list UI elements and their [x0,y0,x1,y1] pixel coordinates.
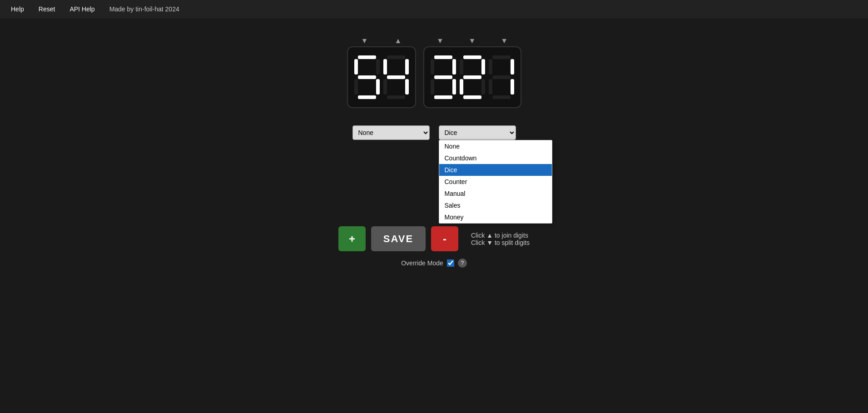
seg-digit-5 [353,55,381,100]
override-mode-checkbox[interactable] [447,259,454,267]
right-open-manual[interactable]: Manual [439,188,552,199]
right-dropdown-container: None Countdown Dice Counter Manual Sales… [439,125,516,140]
api-help-button[interactable]: API Help [62,0,102,18]
bottom-controls: + SAVE - Click ▲ to join digits Click ▼ … [338,226,530,251]
right-open-countdown[interactable]: Countdown [439,152,552,164]
seg-digit-4 [382,55,410,100]
reset-button[interactable]: Reset [31,0,63,18]
right-open-dice[interactable]: Dice [439,164,552,176]
digit-group-2: ▼ ▼ ▼ [424,36,521,107]
display-area: ▼ ▲ [348,36,521,107]
seg-digit-2 [459,55,486,100]
digit-group-1: ▼ ▲ [348,36,415,107]
right-open-sales[interactable]: Sales [439,199,552,211]
help-button[interactable]: Help [4,0,31,18]
controls-row: None Countdown Dice Counter Manual Sales… [352,125,516,140]
left-select[interactable]: None Countdown Dice Counter Manual Sales… [352,125,430,140]
arrow-up-1-1[interactable]: ▲ [391,36,406,45]
right-open-money[interactable]: Money [439,211,552,223]
arrows-row-2: ▼ ▼ ▼ [424,36,521,45]
arrow-down-2-1[interactable]: ▼ [465,36,480,45]
right-select[interactable]: None Countdown Dice Counter Manual Sales… [439,125,516,140]
override-help-icon[interactable]: ? [458,259,467,268]
hint-split: Click ▼ to split digits [471,239,530,246]
lcd-panel-2 [424,47,521,107]
hints: Click ▲ to join digits Click ▼ to split … [471,232,530,246]
seg-digit-3 [430,55,457,100]
override-row: Override Mode ? [401,259,467,268]
lcd-panel-1 [348,47,415,107]
arrow-down-2-2[interactable]: ▼ [497,36,511,45]
right-open-none[interactable]: None [439,140,552,152]
made-by-text: Made by tin-foil-hat 2024 [109,5,179,13]
main-content: ▼ ▲ [0,18,868,268]
arrows-row-1: ▼ ▲ [348,36,415,45]
arrow-down-1-0[interactable]: ▼ [357,36,372,45]
left-dropdown-container: None Countdown Dice Counter Manual Sales… [352,125,430,140]
save-button[interactable]: SAVE [371,226,426,251]
right-open-counter[interactable]: Counter [439,176,552,188]
navbar: Help Reset API Help Made by tin-foil-hat… [0,0,868,18]
right-dropdown-open[interactable]: None Countdown Dice Counter Manual Sales… [439,140,552,224]
arrow-down-2-0[interactable]: ▼ [433,36,447,45]
override-mode-label: Override Mode [401,259,443,267]
remove-button[interactable]: - [431,226,458,251]
add-button[interactable]: + [338,226,366,251]
seg-digit-1 [488,55,515,100]
hint-join: Click ▲ to join digits [471,232,530,239]
